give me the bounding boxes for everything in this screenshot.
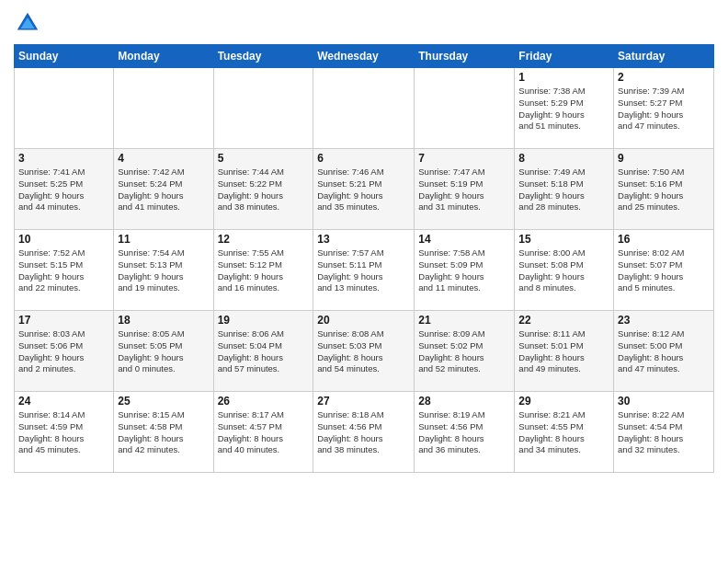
day-number: 23 <box>618 314 710 327</box>
calendar-day-cell: 18Sunrise: 8:05 AM Sunset: 5:05 PM Dayli… <box>114 311 213 392</box>
day-info: Sunrise: 8:05 AM Sunset: 5:05 PM Dayligh… <box>118 328 209 375</box>
day-info: Sunrise: 7:41 AM Sunset: 5:25 PM Dayligh… <box>18 167 109 213</box>
weekday-header: Thursday <box>415 45 515 68</box>
day-number: 5 <box>218 152 310 165</box>
day-number: 24 <box>18 395 109 408</box>
day-number: 4 <box>118 152 209 165</box>
day-number: 19 <box>218 314 310 327</box>
calendar-day-cell: 17Sunrise: 8:03 AM Sunset: 5:06 PM Dayli… <box>15 311 114 392</box>
calendar-day-cell: 24Sunrise: 8:14 AM Sunset: 4:59 PM Dayli… <box>15 392 114 473</box>
day-number: 29 <box>518 395 609 408</box>
day-info: Sunrise: 7:54 AM Sunset: 5:13 PM Dayligh… <box>118 247 209 294</box>
weekday-header: Monday <box>114 45 213 68</box>
calendar-week-row: 24Sunrise: 8:14 AM Sunset: 4:59 PM Dayli… <box>15 392 714 473</box>
calendar-day-cell: 13Sunrise: 7:57 AM Sunset: 5:11 PM Dayli… <box>313 230 415 311</box>
day-info: Sunrise: 7:44 AM Sunset: 5:22 PM Dayligh… <box>218 167 310 213</box>
day-info: Sunrise: 7:50 AM Sunset: 5:16 PM Dayligh… <box>618 167 710 213</box>
day-number: 17 <box>18 314 109 327</box>
day-info: Sunrise: 8:09 AM Sunset: 5:02 PM Dayligh… <box>418 328 510 375</box>
weekday-header: Saturday <box>614 45 714 68</box>
calendar-day-cell: 6Sunrise: 7:46 AM Sunset: 5:21 PM Daylig… <box>313 149 415 230</box>
day-info: Sunrise: 7:42 AM Sunset: 5:24 PM Dayligh… <box>118 167 209 213</box>
day-info: Sunrise: 8:19 AM Sunset: 4:56 PM Dayligh… <box>418 409 510 456</box>
calendar-day-cell: 12Sunrise: 7:55 AM Sunset: 5:12 PM Dayli… <box>213 230 313 311</box>
day-number: 16 <box>618 233 710 246</box>
day-number: 6 <box>317 152 410 165</box>
day-info: Sunrise: 8:21 AM Sunset: 4:55 PM Dayligh… <box>518 409 609 456</box>
calendar-day-cell <box>114 68 213 149</box>
calendar-header-row: SundayMondayTuesdayWednesdayThursdayFrid… <box>15 45 714 68</box>
calendar-day-cell: 4Sunrise: 7:42 AM Sunset: 5:24 PM Daylig… <box>114 149 213 230</box>
day-number: 28 <box>418 395 510 408</box>
logo-icon <box>14 9 41 37</box>
day-number: 8 <box>518 152 609 165</box>
calendar-day-cell: 9Sunrise: 7:50 AM Sunset: 5:16 PM Daylig… <box>614 149 714 230</box>
day-number: 11 <box>118 233 209 246</box>
calendar-day-cell <box>415 68 515 149</box>
day-info: Sunrise: 8:02 AM Sunset: 5:07 PM Dayligh… <box>618 247 710 294</box>
weekday-header: Sunday <box>15 45 114 68</box>
day-number: 27 <box>317 395 410 408</box>
day-info: Sunrise: 8:14 AM Sunset: 4:59 PM Dayligh… <box>18 409 109 456</box>
day-number: 3 <box>18 152 109 165</box>
day-info: Sunrise: 7:39 AM Sunset: 5:27 PM Dayligh… <box>618 86 710 132</box>
calendar-day-cell <box>15 68 114 149</box>
weekday-header: Wednesday <box>313 45 415 68</box>
calendar-week-row: 10Sunrise: 7:52 AM Sunset: 5:15 PM Dayli… <box>15 230 714 311</box>
calendar-day-cell: 28Sunrise: 8:19 AM Sunset: 4:56 PM Dayli… <box>415 392 515 473</box>
calendar-week-row: 3Sunrise: 7:41 AM Sunset: 5:25 PM Daylig… <box>15 149 714 230</box>
calendar-day-cell: 1Sunrise: 7:38 AM Sunset: 5:29 PM Daylig… <box>515 68 614 149</box>
calendar-day-cell: 11Sunrise: 7:54 AM Sunset: 5:13 PM Dayli… <box>114 230 213 311</box>
calendar-day-cell: 30Sunrise: 8:22 AM Sunset: 4:54 PM Dayli… <box>614 392 714 473</box>
day-info: Sunrise: 7:52 AM Sunset: 5:15 PM Dayligh… <box>18 247 109 294</box>
day-info: Sunrise: 7:57 AM Sunset: 5:11 PM Dayligh… <box>317 247 410 294</box>
calendar-day-cell: 25Sunrise: 8:15 AM Sunset: 4:58 PM Dayli… <box>114 392 213 473</box>
calendar-day-cell <box>313 68 415 149</box>
calendar-day-cell: 23Sunrise: 8:12 AM Sunset: 5:00 PM Dayli… <box>614 311 714 392</box>
calendar-day-cell: 19Sunrise: 8:06 AM Sunset: 5:04 PM Dayli… <box>213 311 313 392</box>
day-info: Sunrise: 7:47 AM Sunset: 5:19 PM Dayligh… <box>418 167 510 213</box>
calendar-day-cell: 8Sunrise: 7:49 AM Sunset: 5:18 PM Daylig… <box>515 149 614 230</box>
day-info: Sunrise: 7:38 AM Sunset: 5:29 PM Dayligh… <box>518 86 609 132</box>
day-number: 12 <box>218 233 310 246</box>
day-number: 26 <box>218 395 310 408</box>
calendar-day-cell: 10Sunrise: 7:52 AM Sunset: 5:15 PM Dayli… <box>15 230 114 311</box>
day-info: Sunrise: 7:49 AM Sunset: 5:18 PM Dayligh… <box>518 167 609 213</box>
page-header <box>14 9 714 37</box>
day-info: Sunrise: 8:12 AM Sunset: 5:00 PM Dayligh… <box>618 328 710 375</box>
calendar-table: SundayMondayTuesdayWednesdayThursdayFrid… <box>14 44 714 473</box>
calendar-day-cell: 14Sunrise: 7:58 AM Sunset: 5:09 PM Dayli… <box>415 230 515 311</box>
calendar-day-cell: 22Sunrise: 8:11 AM Sunset: 5:01 PM Dayli… <box>515 311 614 392</box>
day-info: Sunrise: 8:06 AM Sunset: 5:04 PM Dayligh… <box>218 328 310 375</box>
day-number: 10 <box>18 233 109 246</box>
day-info: Sunrise: 8:22 AM Sunset: 4:54 PM Dayligh… <box>618 409 710 456</box>
calendar-day-cell: 2Sunrise: 7:39 AM Sunset: 5:27 PM Daylig… <box>614 68 714 149</box>
calendar-day-cell: 15Sunrise: 8:00 AM Sunset: 5:08 PM Dayli… <box>515 230 614 311</box>
day-number: 22 <box>518 314 609 327</box>
calendar-week-row: 1Sunrise: 7:38 AM Sunset: 5:29 PM Daylig… <box>15 68 714 149</box>
logo <box>14 9 43 37</box>
calendar-day-cell: 27Sunrise: 8:18 AM Sunset: 4:56 PM Dayli… <box>313 392 415 473</box>
day-number: 7 <box>418 152 510 165</box>
calendar-day-cell: 5Sunrise: 7:44 AM Sunset: 5:22 PM Daylig… <box>213 149 313 230</box>
day-info: Sunrise: 8:17 AM Sunset: 4:57 PM Dayligh… <box>218 409 310 456</box>
calendar-day-cell: 3Sunrise: 7:41 AM Sunset: 5:25 PM Daylig… <box>15 149 114 230</box>
calendar-day-cell: 29Sunrise: 8:21 AM Sunset: 4:55 PM Dayli… <box>515 392 614 473</box>
day-info: Sunrise: 8:08 AM Sunset: 5:03 PM Dayligh… <box>317 328 410 375</box>
day-number: 9 <box>618 152 710 165</box>
day-number: 20 <box>317 314 410 327</box>
calendar-week-row: 17Sunrise: 8:03 AM Sunset: 5:06 PM Dayli… <box>15 311 714 392</box>
day-number: 25 <box>118 395 209 408</box>
day-info: Sunrise: 7:46 AM Sunset: 5:21 PM Dayligh… <box>317 167 410 213</box>
calendar-day-cell: 16Sunrise: 8:02 AM Sunset: 5:07 PM Dayli… <box>614 230 714 311</box>
day-info: Sunrise: 7:55 AM Sunset: 5:12 PM Dayligh… <box>218 247 310 294</box>
calendar-day-cell: 7Sunrise: 7:47 AM Sunset: 5:19 PM Daylig… <box>415 149 515 230</box>
day-info: Sunrise: 8:15 AM Sunset: 4:58 PM Dayligh… <box>118 409 209 456</box>
day-number: 30 <box>618 395 710 408</box>
weekday-header: Friday <box>515 45 614 68</box>
weekday-header: Tuesday <box>213 45 313 68</box>
page-container: SundayMondayTuesdayWednesdayThursdayFrid… <box>0 0 728 482</box>
day-number: 14 <box>418 233 510 246</box>
calendar-day-cell: 21Sunrise: 8:09 AM Sunset: 5:02 PM Dayli… <box>415 311 515 392</box>
day-number: 21 <box>418 314 510 327</box>
